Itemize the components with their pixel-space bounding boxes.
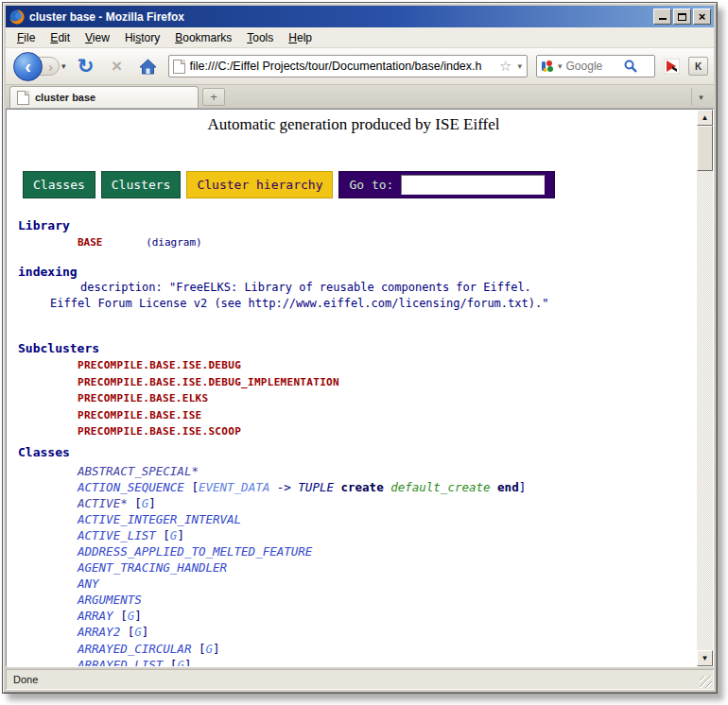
minimize-button[interactable] <box>653 9 671 25</box>
window-title: cluster base - Mozilla Firefox <box>29 10 653 24</box>
goto-input[interactable] <box>401 175 545 195</box>
tab-cluster-base[interactable]: cluster base <box>9 86 199 108</box>
new-tab-button[interactable]: + <box>202 88 225 106</box>
class-link[interactable]: G <box>205 642 213 656</box>
bookmark-star-icon[interactable]: ☆ <box>499 58 511 75</box>
maximize-button[interactable] <box>673 9 691 25</box>
close-icon: × <box>699 10 706 23</box>
goto-label: Go to: <box>349 177 393 193</box>
home-button[interactable] <box>137 55 160 77</box>
scrollbar-thumb[interactable] <box>697 126 713 171</box>
subcluster-link[interactable]: PRECOMPILE.BASE.ISE.DEBUG_IMPLEMENTATION <box>78 374 697 391</box>
list-all-tabs-button[interactable]: ▾ <box>691 88 710 106</box>
urlbar-dropdown-button[interactable]: ▾ <box>516 61 523 71</box>
google-logo-icon[interactable] <box>541 60 554 73</box>
url-text[interactable]: file:///C:/Eiffel Projects/tour/Document… <box>190 60 494 73</box>
class-list-item: ARGUMENTS <box>78 592 697 608</box>
class-link[interactable]: ACTIVE* <box>78 496 128 510</box>
class-link[interactable]: ANY <box>78 576 99 591</box>
home-icon <box>139 59 157 75</box>
class-item-text: [ <box>156 528 170 542</box>
class-link[interactable]: G <box>177 658 184 666</box>
scroll-up-button[interactable]: ▲ <box>697 110 713 126</box>
class-item-text: create <box>341 480 384 494</box>
subclusters-list: PRECOMPILE.BASE.ISE.DEBUGPRECOMPILE.BASE… <box>18 357 697 440</box>
class-list-item: ARRAYED_CIRCULAR [G] <box>78 641 697 657</box>
class-item-text: [ <box>128 496 142 510</box>
class-item-text <box>334 480 341 494</box>
tab-bar: cluster base + ▾ <box>6 85 714 109</box>
address-bar[interactable]: file:///C:/Eiffel Projects/tour/Document… <box>168 55 528 77</box>
history-dropdown-button[interactable]: ▾ <box>61 61 66 71</box>
class-link[interactable]: ACTION_SEQUENCE <box>78 480 184 494</box>
menu-help[interactable]: Help <box>281 28 320 47</box>
menu-view[interactable]: View <box>78 28 117 47</box>
class-item-text: [ <box>120 625 134 639</box>
class-link[interactable]: ARRAY <box>78 609 113 623</box>
class-link[interactable]: TUPLE <box>298 480 334 494</box>
class-link[interactable]: ARRAYED_CIRCULAR <box>78 642 191 656</box>
menu-edit[interactable]: Edit <box>43 28 78 47</box>
class-link[interactable]: ARRAYED_LIST <box>78 658 163 666</box>
subcluster-link[interactable]: PRECOMPILE.BASE.ISE.SCOOP <box>78 423 697 440</box>
status-text: Done <box>13 674 38 685</box>
clusters-button[interactable]: Clusters <box>101 171 182 198</box>
class-list-item: ACTIVE_LIST [G] <box>78 527 697 543</box>
vertical-scrollbar[interactable]: ▲ ▼ <box>697 110 713 666</box>
class-list-item: ADDRESS_APPLIED_TO_MELTED_FEATURE <box>78 543 697 559</box>
classes-button[interactable]: Classes <box>23 171 95 198</box>
menu-history[interactable]: History <box>117 28 167 47</box>
stop-button[interactable]: × <box>106 55 129 77</box>
subcluster-link[interactable]: PRECOMPILE.BASE.ISE.DEBUG <box>78 357 697 374</box>
class-link[interactable]: ADDRESS_APPLIED_TO_MELTED_FEATURE <box>78 544 312 559</box>
scroll-down-button[interactable]: ▼ <box>697 650 713 666</box>
class-list-item: ARRAY [G] <box>78 608 697 624</box>
search-input[interactable] <box>566 60 621 73</box>
class-item-text: ] <box>177 528 184 542</box>
search-icon[interactable] <box>624 60 637 73</box>
classes-list: ABSTRACT_SPECIAL*ACTION_SEQUENCE [EVENT_… <box>18 463 697 667</box>
library-base-link[interactable]: BASE <box>78 236 103 249</box>
class-list-item: ACTIVE* [G] <box>78 495 697 511</box>
class-link[interactable]: ARRAY2 <box>78 625 120 639</box>
menu-file[interactable]: File <box>9 28 43 47</box>
class-link[interactable]: ARGUMENTS <box>78 593 142 607</box>
search-engine-dropdown[interactable]: ▾ <box>557 61 563 71</box>
minimize-icon <box>659 12 667 20</box>
antivirus-icon[interactable] <box>664 59 680 74</box>
class-link[interactable]: AGENT_TRACING_HANDLER <box>78 560 227 575</box>
class-link[interactable]: default_create <box>390 480 490 494</box>
class-link[interactable]: G <box>134 625 142 639</box>
document-body: Automatic generation produced by ISE Eif… <box>7 110 697 666</box>
class-list-item: ARRAY2 [G] <box>78 624 697 640</box>
title-bar: cluster base - Mozilla Firefox × <box>6 6 714 27</box>
menu-bookmarks[interactable]: Bookmarks <box>167 28 239 47</box>
class-link[interactable]: ACTIVE_INTEGER_INTERVAL <box>78 512 241 526</box>
k-toolbar-button[interactable]: K <box>688 57 708 76</box>
refresh-button[interactable]: ↻ <box>75 55 97 77</box>
close-button[interactable]: × <box>693 9 711 25</box>
menu-tools[interactable]: Tools <box>239 28 281 47</box>
resize-grip[interactable] <box>700 676 712 688</box>
stop-icon: × <box>112 56 122 77</box>
class-item-text: -> <box>269 480 298 494</box>
content-viewport: Automatic generation produced by ISE Eif… <box>6 109 714 667</box>
subcluster-link[interactable]: PRECOMPILE.BASE.ELKS <box>78 390 697 407</box>
tab-page-icon <box>17 91 29 105</box>
class-link[interactable]: ACTIVE_LIST <box>78 528 156 542</box>
search-box[interactable]: ▾ <box>536 55 655 77</box>
page-title: Automatic generation produced by ISE Eif… <box>18 116 689 135</box>
class-list-item: ACTIVE_INTEGER_INTERVAL <box>78 511 697 527</box>
navigation-toolbar: ‹ › ▾ ↻ × file:///C:/Eiffel Projects/tou… <box>6 48 714 85</box>
subcluster-link[interactable]: PRECOMPILE.BASE.ISE <box>78 407 697 424</box>
class-link[interactable]: EVENT_DATA <box>199 480 269 494</box>
class-item-text: [ <box>113 609 128 623</box>
cluster-hierarchy-button[interactable]: Cluster hierarchy <box>186 171 333 198</box>
library-heading: Library <box>18 217 697 233</box>
back-button[interactable]: ‹ <box>13 52 43 81</box>
class-item-text: ] <box>519 480 527 494</box>
library-diagram-link[interactable]: (diagram) <box>146 236 202 249</box>
class-item-text: [ <box>191 642 205 656</box>
class-link[interactable]: ABSTRACT_SPECIAL* <box>78 464 199 478</box>
indexing-description-line2: Eiffel Forum License v2 (see http://www.… <box>50 296 697 312</box>
